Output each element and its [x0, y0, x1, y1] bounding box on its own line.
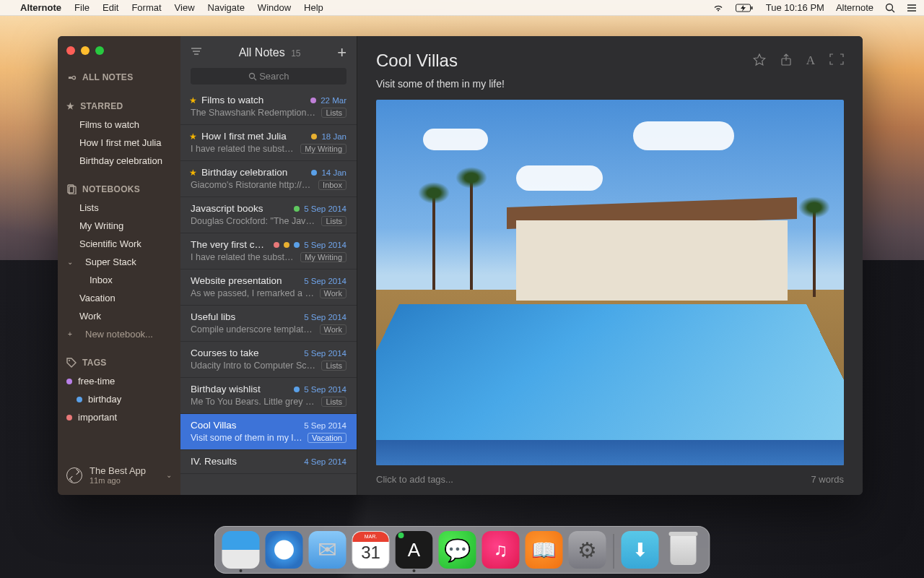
note-item-snippet: Douglas Crockford: "The JavaS… — [191, 216, 317, 226]
sidebar-item-tag-freetime[interactable]: free-time — [58, 372, 180, 390]
note-list-item[interactable]: Birthday wishlist5 Sep 2014Me To You Bea… — [180, 378, 357, 414]
note-list-item[interactable]: Useful libs5 Sep 2014Compile underscore … — [180, 306, 357, 342]
note-list-item[interactable]: The very first cha…5 Sep 2014I have rela… — [180, 233, 357, 269]
dock: ✉︎ MAR.31 A 💬 ♫ 📖 ⚙ ⬇ — [214, 526, 710, 574]
sidebar-item-label: Work — [79, 311, 101, 322]
note-title[interactable]: Cool Villas — [376, 51, 753, 71]
note-item-notebook: Lists — [321, 108, 346, 118]
note-item-snippet: The Shawshank Redemption (1… — [191, 108, 317, 118]
dock-ibooks[interactable]: 📖 — [526, 531, 563, 569]
note-item-date: 5 Sep 2014 — [304, 204, 346, 213]
svg-line-3 — [892, 9, 895, 12]
note-color-dot — [311, 134, 317, 139]
tag-color-dot — [66, 379, 72, 384]
dock-indicator — [240, 569, 243, 572]
sidebar-item-label: important — [78, 412, 117, 423]
note-list-item[interactable]: ★Films to watch22 MarThe Shawshank Redem… — [180, 89, 357, 125]
note-item-notebook: Lists — [321, 397, 346, 407]
sidebar-item-label: My Writing — [79, 220, 123, 231]
dock-mail[interactable]: ✉︎ — [309, 531, 346, 569]
sidebar-item-tag-birthday[interactable]: birthday — [58, 390, 180, 408]
note-list-item[interactable]: ★Birthday celebration14 JanGiacomo's Ris… — [180, 161, 357, 197]
spotlight-icon[interactable] — [885, 3, 895, 13]
menubar-item-navigate[interactable]: Navigate — [208, 2, 245, 13]
note-item-notebook: My Writing — [300, 252, 346, 262]
dock-finder[interactable] — [222, 531, 260, 569]
menubar-item-window[interactable]: Window — [258, 2, 291, 13]
sidebar-item-nb-scientific[interactable]: Scientific Work — [58, 235, 180, 253]
sidebar-item-starred-2[interactable]: Birthday celebration — [58, 152, 180, 170]
wifi-icon[interactable] — [712, 4, 724, 12]
infinity-icon — [66, 72, 77, 82]
search-input[interactable]: Search — [191, 68, 346, 85]
notes-scroll[interactable]: ★Films to watch22 MarThe Shawshank Redem… — [180, 89, 357, 495]
menubar-item-help[interactable]: Help — [304, 2, 323, 13]
note-list-item[interactable]: Website presentation5 Sep 2014As we pass… — [180, 269, 357, 306]
dock-safari[interactable] — [266, 531, 303, 569]
window-close-button[interactable] — [66, 46, 75, 55]
note-list-item[interactable]: ★How I first met Julia18 JanI have relat… — [180, 125, 357, 161]
battery-icon[interactable] — [736, 4, 754, 12]
star-icon: ★ — [66, 101, 74, 111]
sidebar-item-nb-inbox[interactable]: Inbox — [58, 271, 180, 289]
note-body[interactable]: Visit some of them in my life! — [376, 78, 844, 90]
dock-downloads[interactable]: ⬇ — [622, 531, 659, 569]
star-icon: ★ — [189, 131, 197, 142]
note-item-title: IV. Results — [191, 456, 300, 467]
search-icon — [248, 72, 257, 81]
menubar-item-format[interactable]: Format — [131, 2, 161, 13]
add-note-button[interactable]: + — [337, 43, 346, 62]
menubar-clock[interactable]: Tue 10:16 PM — [766, 2, 824, 13]
note-item-date: 5 Sep 2014 — [304, 385, 346, 394]
share-button[interactable] — [780, 53, 792, 69]
dock-messages[interactable]: 💬 — [439, 531, 476, 569]
window-minimize-button[interactable] — [81, 46, 90, 55]
note-item-snippet: Udacity Intro to Computer Scie… — [191, 361, 317, 371]
note-list-item[interactable]: Javascript books5 Sep 2014Douglas Crockf… — [180, 197, 357, 233]
dock-itunes[interactable]: ♫ — [482, 531, 520, 569]
note-item-title: Cool Villas — [191, 420, 300, 431]
window-fullscreen-button[interactable] — [95, 46, 104, 55]
word-count: 7 words — [811, 474, 844, 485]
sidebar-item-nb-lists[interactable]: Lists — [58, 199, 180, 217]
menubar-item-edit[interactable]: Edit — [103, 2, 118, 13]
dock-alternote[interactable]: A — [396, 531, 433, 569]
star-button[interactable] — [753, 53, 766, 69]
svg-point-2 — [886, 4, 893, 10]
sidebar-item-starred-0[interactable]: Films to watch — [58, 116, 180, 134]
note-item-notebook: Work — [320, 324, 346, 335]
note-list-item[interactable]: Cool Villas5 Sep 2014Visit some of them … — [180, 414, 357, 450]
sidebar-all-notes[interactable]: ALL NOTES — [58, 68, 180, 87]
dock-trash[interactable] — [665, 531, 702, 569]
note-image[interactable] — [376, 100, 844, 465]
sidebar-starred-head: ★ STARRED — [58, 97, 180, 116]
sidebar-item-nb-vacation[interactable]: Vacation — [58, 289, 180, 307]
note-item-notebook: My Writing — [300, 144, 346, 154]
sidebar-item-nb-work[interactable]: Work — [58, 307, 180, 325]
fullscreen-button[interactable] — [829, 53, 844, 69]
notification-center-icon[interactable] — [907, 4, 917, 12]
dock-settings[interactable]: ⚙ — [569, 531, 606, 569]
sidebar-item-tag-important[interactable]: important — [58, 408, 180, 426]
sidebar-tags-head: TAGS — [58, 353, 180, 372]
note-item-title: Javascript books — [191, 203, 289, 214]
sidebar-item-starred-1[interactable]: How I first met Julia — [58, 134, 180, 152]
sidebar-new-notebook[interactable]: +New notebook... — [58, 325, 180, 343]
menubar-item-file[interactable]: File — [74, 2, 90, 13]
note-list-item[interactable]: IV. Results4 Sep 2014 — [180, 450, 357, 474]
sidebar-item-nb-superstack[interactable]: ⌄Super Stack — [58, 253, 180, 271]
sync-label: The Best App 11m ago — [90, 465, 146, 485]
sort-icon[interactable] — [191, 46, 202, 59]
sidebar-sync-row[interactable]: The Best App 11m ago ⌄ — [58, 458, 180, 495]
note-list-item[interactable]: Courses to take5 Sep 2014Udacity Intro t… — [180, 342, 357, 378]
menubar-right-app[interactable]: Alternote — [836, 2, 873, 13]
tags-input[interactable]: Click to add tags... — [376, 474, 453, 485]
font-button[interactable]: A — [806, 53, 815, 69]
menubar-app[interactable]: Alternote — [20, 2, 61, 13]
sidebar-item-nb-mywriting[interactable]: My Writing — [58, 217, 180, 235]
chevron-down-icon: ⌄ — [66, 258, 74, 266]
note-item-date: 5 Sep 2014 — [304, 277, 346, 285]
dock-calendar[interactable]: MAR.31 — [352, 531, 390, 569]
sidebar-item-label: Super Stack — [85, 256, 136, 267]
menubar-item-view[interactable]: View — [175, 2, 195, 13]
